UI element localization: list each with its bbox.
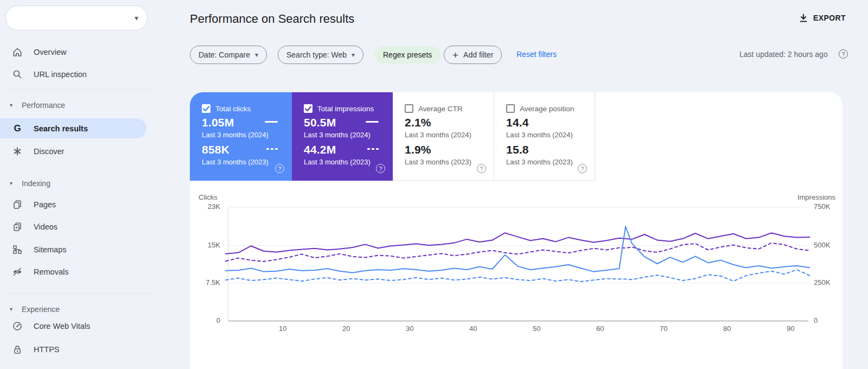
section-header-label: Experience: [22, 305, 60, 314]
chip-label: Add filter: [463, 50, 493, 59]
gauge-icon: [12, 321, 23, 332]
x-axis-tick-label: 20: [338, 325, 354, 333]
sidebar: ▾ Overview URL inspection ▾ Performance …: [0, 0, 190, 369]
search-icon: [12, 69, 23, 80]
chevron-down-icon: ▾: [135, 14, 138, 22]
total-clicks-card[interactable]: Total clicks 1.05M Last 3 months (2024) …: [190, 92, 292, 181]
y-axis-tick-label: 750K: [814, 202, 842, 211]
reset-filters-link[interactable]: Reset filters: [516, 50, 557, 59]
sidebar-item-label: Removals: [34, 268, 68, 276]
chevron-down-icon: ▾: [10, 307, 12, 312]
chevron-down-icon: ▾: [352, 52, 355, 58]
sidebar-section-performance[interactable]: ▾ Performance: [0, 98, 163, 113]
chart-line-clicks-2023: [226, 270, 809, 282]
plus-icon: +: [452, 50, 458, 60]
metric-value: 50.5M: [304, 116, 336, 129]
dashed-line-legend-mark: [266, 148, 278, 150]
y-axis-tick-label: 15K: [190, 241, 220, 249]
sidebar-item-label: Pages: [34, 200, 56, 209]
average-position-card[interactable]: Average position 14.4 Last 3 months (202…: [494, 92, 595, 181]
discover-icon: [12, 146, 23, 157]
help-icon[interactable]: ?: [477, 164, 486, 173]
property-selector-dropdown[interactable]: ▾: [5, 5, 148, 30]
regex-presets-chip[interactable]: Regex presets: [374, 46, 441, 63]
home-icon: [12, 47, 23, 58]
performance-panel: Total clicks 1.05M Last 3 months (2024) …: [190, 92, 843, 369]
sidebar-item-pages[interactable]: Pages: [0, 194, 163, 215]
y-axis-tick-label: 500K: [814, 241, 842, 249]
help-icon[interactable]: ?: [275, 164, 284, 173]
sidebar-item-videos[interactable]: Videos: [0, 216, 163, 238]
sidebar-item-label: URL inspection: [34, 70, 87, 79]
card-label: Average position: [520, 105, 574, 113]
date-filter-chip[interactable]: Date: Compare ▾: [190, 46, 267, 64]
metric-value: 15.8: [506, 143, 529, 156]
lock-icon: [12, 344, 23, 355]
search-type-filter-chip[interactable]: Search type: Web ▾: [278, 46, 363, 64]
metric-period: Last 3 months (2024): [506, 131, 573, 139]
performance-line-chart[interactable]: [226, 207, 809, 321]
checkbox-unchecked-icon[interactable]: [405, 104, 413, 113]
help-icon[interactable]: ?: [376, 164, 385, 173]
metric-period: Last 3 months (2023): [304, 158, 371, 166]
sidebar-item-overview[interactable]: Overview: [0, 41, 163, 63]
x-axis-tick-label: 70: [655, 325, 672, 333]
sidebar-section-indexing[interactable]: ▾ Indexing: [0, 176, 163, 191]
sidebar-item-sitemaps[interactable]: Sitemaps: [0, 239, 163, 260]
metric-period: Last 3 months (2023): [506, 158, 573, 166]
export-button[interactable]: EXPORT: [799, 13, 846, 23]
card-label: Average CTR: [418, 105, 463, 113]
chip-label: Date: Compare: [199, 50, 250, 59]
y-axis-tick-label: 7.5K: [190, 278, 220, 287]
checkbox-checked-icon[interactable]: [304, 104, 312, 113]
sidebar-item-url-inspection[interactable]: URL inspection: [0, 63, 163, 85]
solid-line-legend-mark: [265, 121, 278, 123]
x-axis-tick-label: 80: [719, 325, 735, 333]
x-axis-tick-label: 90: [782, 325, 799, 333]
x-axis-line: [228, 321, 808, 321]
chevron-down-icon: ▾: [255, 52, 258, 58]
sidebar-divider: [5, 90, 154, 90]
section-header-label: Performance: [22, 101, 65, 110]
metric-period: Last 3 months (2024): [202, 131, 269, 139]
export-label: EXPORT: [813, 14, 846, 22]
last-updated-text: Last updated: 2 hours ago: [739, 50, 828, 59]
removals-icon: [12, 266, 23, 277]
sidebar-item-search-results[interactable]: G Search results: [0, 118, 146, 138]
chevron-down-icon: ▾: [10, 103, 12, 108]
sidebar-item-removals[interactable]: Removals: [0, 261, 163, 283]
metric-value: 44.2M: [304, 143, 336, 156]
sidebar-item-label: Videos: [34, 222, 58, 231]
chip-label: Search type: Web: [286, 50, 347, 59]
sidebar-item-https[interactable]: HTTPS: [0, 339, 163, 360]
google-g-icon: G: [12, 123, 23, 134]
average-ctr-card[interactable]: Average CTR 2.1% Last 3 months (2024) 1.…: [393, 92, 494, 181]
chart-line-impressions-2023: [226, 243, 809, 262]
metric-period: Last 3 months (2024): [304, 131, 371, 139]
chart-line-impressions-2024: [226, 233, 809, 254]
sidebar-item-discover[interactable]: Discover: [0, 141, 163, 162]
sidebar-item-label: HTTPS: [34, 345, 60, 354]
dashed-line-legend-mark: [367, 148, 379, 150]
chart-line-clicks-2024: [226, 227, 809, 273]
sidebar-section-experience[interactable]: ▾ Experience: [0, 302, 163, 317]
total-impressions-card[interactable]: Total impressions 50.5M Last 3 months (2…: [292, 92, 393, 181]
sidebar-item-core-web-vitals[interactable]: Core Web Vitals: [0, 315, 163, 337]
sidebar-item-label: Core Web Vitals: [34, 322, 90, 330]
checkbox-checked-icon[interactable]: [202, 104, 210, 113]
x-axis-tick-label: 60: [592, 325, 608, 333]
x-axis-tick-label: 30: [401, 325, 418, 333]
chevron-down-icon: ▾: [10, 181, 12, 186]
metric-value: 858K: [202, 143, 229, 156]
help-icon[interactable]: ?: [839, 49, 848, 59]
y-axis-tick-label: 0: [190, 316, 220, 325]
left-axis-title: Clicks: [199, 193, 218, 201]
page-title: Performance on Search results: [190, 12, 354, 26]
card-label: Total impressions: [317, 105, 374, 113]
videos-icon: [12, 221, 23, 232]
right-axis-title: Impressions: [765, 193, 835, 201]
checkbox-unchecked-icon[interactable]: [506, 104, 515, 113]
y-axis-tick-label: 250K: [814, 278, 842, 287]
help-icon[interactable]: ?: [578, 164, 587, 173]
add-filter-chip[interactable]: + Add filter: [444, 46, 502, 64]
